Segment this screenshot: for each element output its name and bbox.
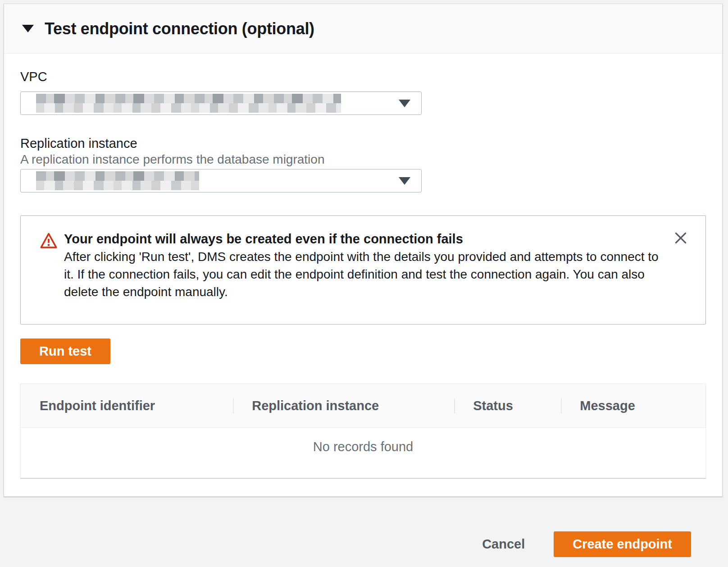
create-endpoint-button[interactable]: Create endpoint	[554, 531, 691, 557]
replication-instance-description: A replication instance performs the data…	[20, 152, 706, 167]
vpc-selected-value-redacted	[36, 94, 341, 113]
dropdown-caret-icon	[399, 177, 410, 185]
close-icon[interactable]	[673, 230, 688, 246]
vpc-select[interactable]	[20, 91, 422, 115]
table-header-row: Endpoint identifier Replication instance…	[21, 384, 705, 428]
vpc-label: VPC	[20, 69, 706, 84]
section-header-toggle[interactable]: Test endpoint connection (optional)	[4, 4, 722, 54]
column-header-endpoint-identifier: Endpoint identifier	[21, 398, 233, 413]
run-test-button[interactable]: Run test	[20, 338, 110, 364]
replication-instance-select[interactable]	[20, 169, 422, 192]
replication-instance-field: Replication instance A replication insta…	[20, 136, 706, 192]
form-footer: Cancel Create endpoint	[0, 497, 728, 567]
column-header-message: Message	[561, 398, 705, 413]
column-header-status: Status	[454, 398, 561, 413]
alert-title: Your endpoint will always be created eve…	[64, 230, 660, 248]
alert-text: Your endpoint will always be created eve…	[64, 230, 660, 311]
test-endpoint-connection-section: Test endpoint connection (optional) VPC …	[4, 4, 723, 497]
replication-instance-selected-value-redacted	[36, 171, 199, 190]
alert-body: After clicking 'Run test', DMS creates t…	[64, 248, 660, 301]
section-title: Test endpoint connection (optional)	[45, 19, 314, 38]
table-empty-state: No records found	[21, 428, 705, 478]
dropdown-caret-icon	[399, 100, 410, 107]
cancel-button[interactable]: Cancel	[482, 531, 525, 557]
warning-triangle-icon	[40, 232, 58, 311]
test-results-table: Endpoint identifier Replication instance…	[20, 384, 706, 478]
column-header-replication-instance: Replication instance	[233, 398, 454, 413]
vpc-field: VPC	[20, 69, 706, 115]
collapse-caret-icon	[22, 25, 34, 32]
section-body: VPC Replication instance A replication i…	[4, 54, 722, 478]
replication-instance-label: Replication instance	[20, 136, 706, 151]
warning-alert: Your endpoint will always be created eve…	[20, 215, 706, 325]
